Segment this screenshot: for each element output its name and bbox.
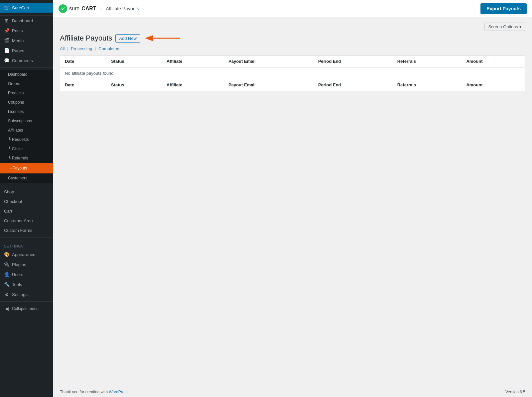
sidebar-item-shop[interactable]: Shop	[0, 187, 53, 197]
sidebar-item-sc-requests[interactable]: └ Requests	[0, 135, 53, 144]
main-content: sureCART › Affiliate Payouts Export Payo…	[53, 0, 532, 397]
media-icon: 🎬	[4, 38, 9, 43]
sidebar-item-surecart[interactable]: 🛒 SureCart	[0, 3, 53, 13]
sidebar-item-sc-dashboard[interactable]: Dashboard	[0, 70, 53, 79]
add-new-button[interactable]: Add New	[115, 34, 140, 43]
sidebar-item-custom-forms[interactable]: Custom Forms	[0, 226, 53, 235]
sidebar-item-sc-coupons[interactable]: Coupons	[0, 98, 53, 107]
collapse-icon: ◀	[4, 306, 9, 311]
topbar: sureCART › Affiliate Payouts Export Payo…	[53, 0, 532, 17]
sidebar-item-sc-orders[interactable]: Orders	[0, 79, 53, 88]
col-period-end: Period End	[314, 55, 393, 67]
version-text: Version 6.5	[505, 390, 525, 394]
sidebar-item-sc-licenses[interactable]: Licenses	[0, 107, 53, 116]
settings-section-label: Settings	[0, 240, 53, 249]
appearance-icon: 🎨	[4, 252, 9, 257]
footer-col-status: Status	[106, 79, 162, 91]
breadcrumb: Affiliate Payouts	[106, 6, 139, 11]
shop-section: Shop Checkout Cart Customer Area Custom …	[0, 187, 53, 235]
arrow-indicator	[144, 34, 184, 43]
comments-icon: 💬	[4, 58, 9, 63]
brand-cart: CART	[81, 6, 96, 12]
posts-icon: 📌	[4, 28, 9, 33]
empty-message: No affiliate payouts found.	[60, 67, 525, 79]
users-icon: 👤	[4, 272, 9, 277]
sidebar-item-sc-clicks[interactable]: └ Clicks	[0, 144, 53, 153]
sidebar-item-posts[interactable]: 📌 Posts	[0, 26, 53, 36]
svg-point-0	[61, 6, 65, 11]
table-empty-row: No affiliate payouts found.	[60, 67, 525, 79]
table-footer-row: Date Status Affiliate Payout Email Perio…	[60, 79, 525, 91]
footer-col-amount: Amount	[462, 79, 525, 91]
chevron-down-icon: ▾	[519, 24, 522, 29]
sidebar-item-pages[interactable]: 📄 Pages	[0, 46, 53, 55]
table-header-row: Date Status Affiliate Payout Email Perio…	[60, 55, 525, 67]
sidebar-item-sc-subscriptions[interactable]: Subscriptions	[0, 116, 53, 126]
sidebar-item-sc-products[interactable]: Products	[0, 88, 53, 98]
logo-circle	[59, 4, 67, 13]
sidebar-item-cart[interactable]: Cart	[0, 206, 53, 216]
page-header-left: Affiliate Payouts Add New	[60, 34, 184, 43]
sidebar-item-media[interactable]: 🎬 Media	[0, 36, 53, 46]
sidebar-item-users[interactable]: 👤 Users	[0, 269, 53, 279]
topbar-actions: Export Payouts	[480, 3, 527, 14]
footer-col-payout-email: Payout Email	[224, 79, 314, 91]
breadcrumb-separator: ›	[100, 6, 102, 11]
page-content: Screen Options ▾ Affiliate Payouts Add N…	[53, 17, 532, 387]
screen-options-button[interactable]: Screen Options ▾	[484, 23, 525, 31]
footer-col-date: Date	[60, 79, 107, 91]
page-title: Affiliate Payouts	[60, 34, 112, 43]
footer-col-affiliate: Affiliate	[162, 79, 224, 91]
col-affiliate: Affiliate	[162, 55, 224, 67]
sidebar-item-comments[interactable]: 💬 Comments	[0, 55, 53, 65]
collapse-menu-button[interactable]: ◀ Collapse menu	[0, 304, 53, 314]
brand-sure: sure	[69, 6, 79, 12]
sidebar-item-appearance[interactable]: 🎨 Appearance	[0, 249, 53, 259]
page-header: Affiliate Payouts Add New	[60, 34, 525, 43]
sidebar-top-nav: ⊞ Dashboard 📌 Posts 🎬 Media 📄 Pages 💬 Co…	[0, 16, 53, 65]
filter-completed[interactable]: Completed	[98, 46, 119, 51]
tools-icon: 🔧	[4, 282, 9, 287]
sidebar-item-settings[interactable]: ⚙ Settings	[0, 289, 53, 299]
filter-processing[interactable]: Processing	[71, 46, 92, 51]
sidebar-item-customer-area[interactable]: Customer Area	[0, 216, 53, 226]
col-date: Date	[60, 55, 107, 67]
settings-icon: ⚙	[4, 292, 9, 297]
footer-text: Thank you for creating with WordPress	[60, 390, 129, 394]
sidebar-item-dashboard[interactable]: ⊞ Dashboard	[0, 16, 53, 26]
export-payouts-button[interactable]: Export Payouts	[480, 3, 527, 14]
brand-logo: sureCART	[59, 4, 96, 13]
page-footer: Thank you for creating with WordPress Ve…	[53, 387, 532, 397]
sidebar-item-sc-payouts[interactable]: └ Payouts	[0, 163, 53, 173]
filter-tabs: All | Processing | Completed	[60, 46, 525, 51]
filter-all[interactable]: All	[60, 46, 65, 51]
col-status: Status	[106, 55, 162, 67]
sidebar-item-plugins[interactable]: 🔌 Plugins	[0, 259, 53, 269]
sidebar-item-checkout[interactable]: Checkout	[0, 197, 53, 206]
wordpress-link[interactable]: WordPress	[109, 390, 128, 394]
sidebar-item-sc-referrals[interactable]: └ Referrals	[0, 153, 53, 163]
bottom-nav: 🎨 Appearance 🔌 Plugins 👤 Users 🔧 Tools ⚙…	[0, 249, 53, 299]
col-payout-email: Payout Email	[224, 55, 314, 67]
dashboard-icon: ⊞	[4, 18, 9, 23]
surecart-submenu: Dashboard Orders Products Coupons Licens…	[0, 70, 53, 183]
sidebar: 🛒 SureCart ⊞ Dashboard 📌 Posts 🎬 Media 📄…	[0, 0, 53, 397]
sidebar-item-sc-affiliates[interactable]: Affiliates	[0, 126, 53, 135]
sidebar-item-sc-customers[interactable]: Customers	[0, 173, 53, 183]
col-referrals: Referrals	[393, 55, 462, 67]
surecart-icon: 🛒	[4, 5, 9, 10]
payouts-table: Date Status Affiliate Payout Email Perio…	[60, 55, 525, 91]
sidebar-item-tools[interactable]: 🔧 Tools	[0, 279, 53, 289]
pages-icon: 📄	[4, 48, 9, 53]
col-amount: Amount	[462, 55, 525, 67]
footer-col-referrals: Referrals	[393, 79, 462, 91]
footer-col-period-end: Period End	[314, 79, 393, 91]
plugins-icon: 🔌	[4, 262, 9, 267]
